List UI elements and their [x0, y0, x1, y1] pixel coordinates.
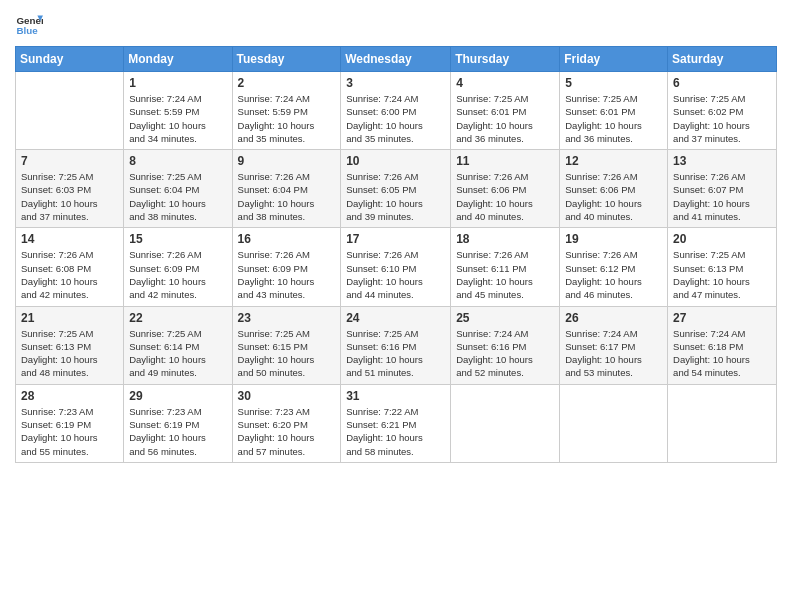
calendar-cell: 11Sunrise: 7:26 AM Sunset: 6:06 PM Dayli…	[451, 150, 560, 228]
day-number: 5	[565, 76, 662, 90]
calendar-cell	[16, 72, 124, 150]
calendar-cell: 13Sunrise: 7:26 AM Sunset: 6:07 PM Dayli…	[668, 150, 777, 228]
calendar-cell: 31Sunrise: 7:22 AM Sunset: 6:21 PM Dayli…	[341, 384, 451, 462]
calendar-cell	[451, 384, 560, 462]
calendar-cell: 20Sunrise: 7:25 AM Sunset: 6:13 PM Dayli…	[668, 228, 777, 306]
day-info: Sunrise: 7:24 AM Sunset: 6:17 PM Dayligh…	[565, 327, 662, 380]
calendar-cell: 6Sunrise: 7:25 AM Sunset: 6:02 PM Daylig…	[668, 72, 777, 150]
calendar-week-row: 14Sunrise: 7:26 AM Sunset: 6:08 PM Dayli…	[16, 228, 777, 306]
day-info: Sunrise: 7:25 AM Sunset: 6:02 PM Dayligh…	[673, 92, 771, 145]
weekday-header-cell: Sunday	[16, 47, 124, 72]
logo: General Blue	[15, 10, 43, 38]
weekday-header-cell: Wednesday	[341, 47, 451, 72]
day-info: Sunrise: 7:26 AM Sunset: 6:06 PM Dayligh…	[565, 170, 662, 223]
day-number: 10	[346, 154, 445, 168]
day-info: Sunrise: 7:25 AM Sunset: 6:01 PM Dayligh…	[456, 92, 554, 145]
day-number: 16	[238, 232, 336, 246]
calendar-cell: 17Sunrise: 7:26 AM Sunset: 6:10 PM Dayli…	[341, 228, 451, 306]
calendar-cell: 5Sunrise: 7:25 AM Sunset: 6:01 PM Daylig…	[560, 72, 668, 150]
calendar-cell: 1Sunrise: 7:24 AM Sunset: 5:59 PM Daylig…	[124, 72, 232, 150]
calendar-cell: 9Sunrise: 7:26 AM Sunset: 6:04 PM Daylig…	[232, 150, 341, 228]
day-number: 8	[129, 154, 226, 168]
calendar-cell: 24Sunrise: 7:25 AM Sunset: 6:16 PM Dayli…	[341, 306, 451, 384]
day-number: 23	[238, 311, 336, 325]
weekday-header-cell: Monday	[124, 47, 232, 72]
day-number: 3	[346, 76, 445, 90]
day-number: 27	[673, 311, 771, 325]
calendar-cell	[560, 384, 668, 462]
calendar-cell: 22Sunrise: 7:25 AM Sunset: 6:14 PM Dayli…	[124, 306, 232, 384]
day-number: 31	[346, 389, 445, 403]
day-info: Sunrise: 7:24 AM Sunset: 5:59 PM Dayligh…	[129, 92, 226, 145]
day-number: 13	[673, 154, 771, 168]
day-info: Sunrise: 7:23 AM Sunset: 6:19 PM Dayligh…	[129, 405, 226, 458]
day-info: Sunrise: 7:24 AM Sunset: 6:00 PM Dayligh…	[346, 92, 445, 145]
calendar-cell: 19Sunrise: 7:26 AM Sunset: 6:12 PM Dayli…	[560, 228, 668, 306]
day-number: 2	[238, 76, 336, 90]
calendar-cell: 14Sunrise: 7:26 AM Sunset: 6:08 PM Dayli…	[16, 228, 124, 306]
day-info: Sunrise: 7:26 AM Sunset: 6:12 PM Dayligh…	[565, 248, 662, 301]
calendar-cell: 10Sunrise: 7:26 AM Sunset: 6:05 PM Dayli…	[341, 150, 451, 228]
calendar-cell: 30Sunrise: 7:23 AM Sunset: 6:20 PM Dayli…	[232, 384, 341, 462]
day-number: 1	[129, 76, 226, 90]
calendar-cell: 12Sunrise: 7:26 AM Sunset: 6:06 PM Dayli…	[560, 150, 668, 228]
day-info: Sunrise: 7:26 AM Sunset: 6:07 PM Dayligh…	[673, 170, 771, 223]
day-info: Sunrise: 7:26 AM Sunset: 6:06 PM Dayligh…	[456, 170, 554, 223]
day-info: Sunrise: 7:26 AM Sunset: 6:04 PM Dayligh…	[238, 170, 336, 223]
day-info: Sunrise: 7:25 AM Sunset: 6:03 PM Dayligh…	[21, 170, 118, 223]
day-info: Sunrise: 7:26 AM Sunset: 6:11 PM Dayligh…	[456, 248, 554, 301]
weekday-header-cell: Friday	[560, 47, 668, 72]
day-number: 4	[456, 76, 554, 90]
calendar-cell: 28Sunrise: 7:23 AM Sunset: 6:19 PM Dayli…	[16, 384, 124, 462]
day-number: 15	[129, 232, 226, 246]
day-number: 30	[238, 389, 336, 403]
day-number: 19	[565, 232, 662, 246]
calendar-cell: 16Sunrise: 7:26 AM Sunset: 6:09 PM Dayli…	[232, 228, 341, 306]
day-number: 24	[346, 311, 445, 325]
day-info: Sunrise: 7:22 AM Sunset: 6:21 PM Dayligh…	[346, 405, 445, 458]
weekday-header-cell: Saturday	[668, 47, 777, 72]
day-number: 29	[129, 389, 226, 403]
calendar-table: SundayMondayTuesdayWednesdayThursdayFrid…	[15, 46, 777, 463]
day-info: Sunrise: 7:25 AM Sunset: 6:16 PM Dayligh…	[346, 327, 445, 380]
calendar-cell: 3Sunrise: 7:24 AM Sunset: 6:00 PM Daylig…	[341, 72, 451, 150]
day-number: 9	[238, 154, 336, 168]
day-number: 18	[456, 232, 554, 246]
day-number: 28	[21, 389, 118, 403]
weekday-header-cell: Thursday	[451, 47, 560, 72]
calendar-page: General Blue SundayMondayTuesdayWednesda…	[0, 0, 792, 612]
day-number: 20	[673, 232, 771, 246]
day-number: 17	[346, 232, 445, 246]
calendar-cell: 23Sunrise: 7:25 AM Sunset: 6:15 PM Dayli…	[232, 306, 341, 384]
calendar-week-row: 1Sunrise: 7:24 AM Sunset: 5:59 PM Daylig…	[16, 72, 777, 150]
day-info: Sunrise: 7:25 AM Sunset: 6:14 PM Dayligh…	[129, 327, 226, 380]
weekday-header-row: SundayMondayTuesdayWednesdayThursdayFrid…	[16, 47, 777, 72]
calendar-cell	[668, 384, 777, 462]
day-number: 25	[456, 311, 554, 325]
day-number: 11	[456, 154, 554, 168]
weekday-header-cell: Tuesday	[232, 47, 341, 72]
calendar-cell: 15Sunrise: 7:26 AM Sunset: 6:09 PM Dayli…	[124, 228, 232, 306]
day-number: 14	[21, 232, 118, 246]
calendar-week-row: 7Sunrise: 7:25 AM Sunset: 6:03 PM Daylig…	[16, 150, 777, 228]
day-number: 7	[21, 154, 118, 168]
day-info: Sunrise: 7:26 AM Sunset: 6:09 PM Dayligh…	[129, 248, 226, 301]
day-info: Sunrise: 7:25 AM Sunset: 6:04 PM Dayligh…	[129, 170, 226, 223]
day-info: Sunrise: 7:24 AM Sunset: 6:16 PM Dayligh…	[456, 327, 554, 380]
day-info: Sunrise: 7:23 AM Sunset: 6:20 PM Dayligh…	[238, 405, 336, 458]
calendar-cell: 18Sunrise: 7:26 AM Sunset: 6:11 PM Dayli…	[451, 228, 560, 306]
day-info: Sunrise: 7:25 AM Sunset: 6:13 PM Dayligh…	[673, 248, 771, 301]
calendar-cell: 8Sunrise: 7:25 AM Sunset: 6:04 PM Daylig…	[124, 150, 232, 228]
day-number: 6	[673, 76, 771, 90]
day-number: 12	[565, 154, 662, 168]
day-info: Sunrise: 7:26 AM Sunset: 6:05 PM Dayligh…	[346, 170, 445, 223]
logo-icon: General Blue	[15, 10, 43, 38]
day-info: Sunrise: 7:24 AM Sunset: 5:59 PM Dayligh…	[238, 92, 336, 145]
calendar-cell: 4Sunrise: 7:25 AM Sunset: 6:01 PM Daylig…	[451, 72, 560, 150]
calendar-cell: 26Sunrise: 7:24 AM Sunset: 6:17 PM Dayli…	[560, 306, 668, 384]
day-info: Sunrise: 7:25 AM Sunset: 6:01 PM Dayligh…	[565, 92, 662, 145]
header: General Blue	[15, 10, 777, 38]
svg-text:Blue: Blue	[16, 25, 38, 36]
day-info: Sunrise: 7:26 AM Sunset: 6:09 PM Dayligh…	[238, 248, 336, 301]
day-info: Sunrise: 7:24 AM Sunset: 6:18 PM Dayligh…	[673, 327, 771, 380]
